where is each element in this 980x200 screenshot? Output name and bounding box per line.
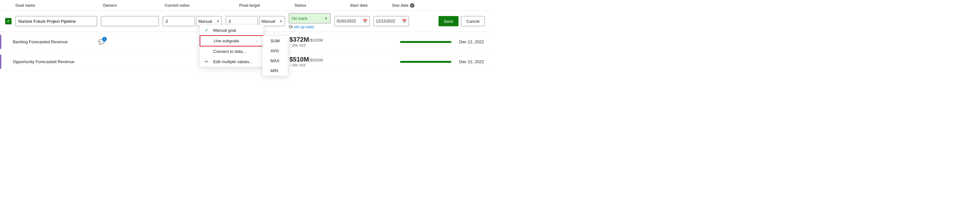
goal-name-header: Goal name (16, 3, 99, 8)
backlog-comment-icon[interactable]: 💬 1 (99, 39, 105, 45)
dropdown-item-connect-to-data[interactable]: Connect to data... (200, 46, 263, 57)
status-column: On track ▼ Or set up rules (289, 13, 331, 29)
status-header: Status (294, 3, 346, 8)
due-date-header: Due date i (392, 3, 431, 8)
backlog-comment-badge: 1 (102, 37, 107, 41)
dropdown-menu: ✓ Manual goal Use subgoals › SUM AVG MAX… (199, 25, 264, 67)
submenu-avg[interactable]: AVG (262, 46, 288, 56)
dropdown-item-edit-multiple[interactable]: ✏ Edit multiple values... (200, 57, 263, 67)
opportunity-left-col: Opportunity Forecasted Revenue (5, 59, 153, 64)
backlog-due-date: Dec 12, 2022 (459, 39, 485, 44)
opportunity-due-date: Dec 12, 2022 (459, 59, 485, 64)
opportunity-target-val: /$500M (309, 58, 323, 63)
row-checkbox[interactable] (5, 18, 11, 24)
opportunity-progress-fill (400, 61, 452, 63)
backlog-progress-bg (400, 41, 452, 43)
opportunity-metric: $510M/$500M ↑ 0% YoY (290, 56, 392, 68)
submenu-min[interactable]: MIN (262, 66, 288, 76)
opportunity-goal-name: Opportunity Forecasted Revenue (13, 59, 94, 64)
owners-input[interactable] (101, 16, 159, 26)
status-dropdown[interactable]: On track ▼ (289, 13, 331, 24)
due-date-info-icon[interactable]: i (410, 3, 414, 8)
due-date-calendar-icon: 📅 (402, 19, 407, 24)
target-method-caret: ▼ (279, 20, 283, 23)
start-date-input[interactable]: 01/01/2022 📅 (334, 16, 370, 26)
goal-name-input[interactable] (16, 16, 97, 26)
or-setup-text: Or set up rules (289, 25, 331, 29)
save-button[interactable]: Save (439, 16, 458, 26)
set-up-rules-link[interactable]: set up rules (294, 25, 314, 29)
status-caret-icon: ▼ (325, 17, 328, 20)
backlog-target-val: /$300M (309, 38, 323, 43)
dropdown-item-use-subgoals[interactable]: Use subgoals › SUM AVG MAX MIN (200, 35, 263, 46)
subgoals-arrow-icon: › (256, 39, 258, 43)
current-method-caret: ▼ (216, 20, 220, 23)
backlog-left-col: Backlog Forecasted Revenue 💬 1 (5, 39, 153, 45)
backlog-right: $372M/$300M ↑ 0% YoY Dec 12, 2022 (290, 36, 485, 48)
backlog-metric: $372M/$300M ↑ 0% YoY (290, 36, 392, 48)
backlog-current-val: $372M (290, 36, 309, 43)
opportunity-progress-bg (400, 61, 452, 63)
backlog-goal-name: Backlog Forecasted Revenue (13, 39, 94, 44)
start-date-calendar-icon: 📅 (363, 19, 368, 24)
backlog-yoy: ↑ 0% YoY (290, 43, 392, 48)
subgoals-submenu: SUM AVG MAX MIN (262, 36, 288, 76)
opportunity-progress-bar (400, 61, 452, 63)
current-value-header: Current value (165, 3, 235, 8)
check-icon: ✓ (205, 28, 210, 33)
goals-table: Goal name Owners Current value Final tar… (0, 0, 490, 100)
edit-row: Manual ▼ Manual ▼ On track ▼ Or set up r… (0, 11, 490, 32)
submenu-sum[interactable]: SUM (262, 36, 288, 46)
opportunity-yoy: ↑ 0% YoY (290, 63, 392, 68)
backlog-progress-bar (400, 41, 452, 43)
owners-header: Owners (103, 3, 161, 8)
due-date-input[interactable]: 12/12/2022 📅 (374, 16, 409, 26)
action-buttons: Save Cancel (439, 16, 485, 26)
header-row: Goal name Owners Current value Final tar… (0, 0, 490, 11)
dropdown-item-manual-goal[interactable]: ✓ Manual goal (200, 25, 263, 35)
final-target-header: Final target (239, 3, 291, 8)
current-value-input[interactable] (163, 16, 195, 26)
cancel-button[interactable]: Cancel (461, 16, 485, 26)
submenu-max[interactable]: MAX (262, 56, 288, 66)
pencil-icon: ✏ (205, 59, 210, 64)
start-date-header: Start date (350, 3, 388, 8)
backlog-progress-fill (400, 41, 452, 43)
opportunity-current-val: $510M (290, 56, 309, 63)
